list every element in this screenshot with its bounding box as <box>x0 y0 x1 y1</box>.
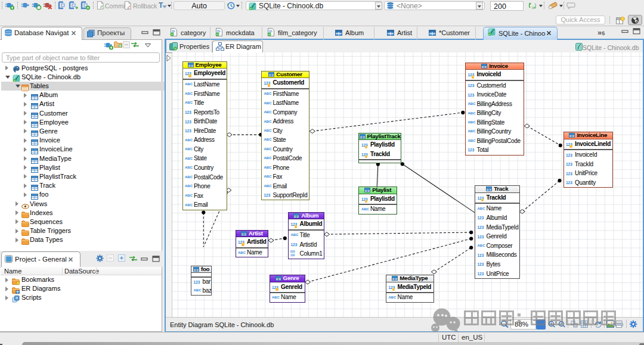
svg-text:04: 04 <box>532 6 535 10</box>
